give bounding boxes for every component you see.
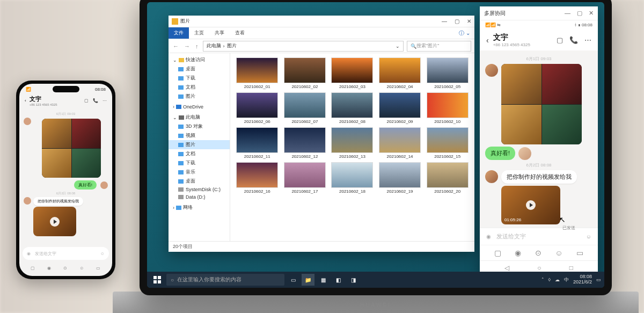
sidebar-desktop[interactable]: 桌面 <box>169 64 230 74</box>
folder-icon[interactable]: ▭ <box>96 266 100 271</box>
sidebar-sysdisk[interactable]: SystemDisk (C:) <box>169 186 230 193</box>
taskbar-search-input[interactable]: ○ 在这里输入你要搜索的内容 <box>166 274 284 286</box>
file-item[interactable]: 20210602_10 <box>425 92 470 124</box>
ribbon-help-icon[interactable]: ⓘ ⌄ <box>455 27 474 39</box>
back-icon[interactable]: ‹ <box>486 36 489 45</box>
file-explorer-window[interactable]: 图片 — ▢ ✕ 文件 主页 共享 查看 ⓘ ⌄ ← → ↑ 此电脑 <box>169 16 474 252</box>
video-call-icon[interactable]: ▢ <box>557 36 563 44</box>
sticker-icon[interactable]: ☺ <box>555 249 562 257</box>
file-item[interactable]: 20210602_16 <box>235 162 280 194</box>
more-icon[interactable]: ⋯ <box>584 36 591 44</box>
voice-call-icon[interactable]: 📞 <box>93 98 98 103</box>
sidebar-documents-pc[interactable]: 文档 <box>169 149 230 158</box>
collab-message-input[interactable]: ◉ 发送给文宇 ☺ <box>480 228 598 245</box>
close-icon[interactable]: ✕ <box>467 18 471 24</box>
file-item[interactable]: 20210602_19 <box>377 162 423 194</box>
incoming-bubble[interactable]: 把你制作好的视频发给我 <box>501 170 577 184</box>
taskbar-explorer-icon[interactable]: 📁 <box>302 274 314 286</box>
start-button[interactable] <box>150 274 164 286</box>
file-item[interactable]: 20210602_05 <box>425 57 470 89</box>
voice-call-icon[interactable]: 📞 <box>569 36 578 44</box>
nav-home-icon[interactable]: ○ <box>537 264 541 272</box>
nav-back-icon[interactable]: ◁ <box>504 264 509 272</box>
close-icon[interactable]: ✕ <box>589 10 594 17</box>
breadcrumb-path[interactable]: 此电脑 › 图片 ⌄ <box>203 41 404 52</box>
minimize-icon[interactable]: — <box>565 10 570 17</box>
maximize-icon[interactable]: ▢ <box>455 18 459 24</box>
taskbar-app-icon[interactable]: ▦ <box>317 274 330 286</box>
sidebar-pictures[interactable]: 图片 <box>169 92 230 101</box>
voice-icon[interactable]: ◉ <box>27 251 31 256</box>
breadcrumb-folder[interactable]: 图片 <box>227 42 237 49</box>
file-item[interactable]: 20210602_09 <box>377 92 423 124</box>
play-icon[interactable] <box>526 200 536 210</box>
video-call-icon[interactable]: ▢ <box>84 98 89 103</box>
emoji-icon[interactable]: ☺ <box>100 251 105 256</box>
incoming-bubble[interactable]: 把你制作好的视频发给我 <box>33 197 83 206</box>
tray-chevron-icon[interactable]: ˄ <box>541 277 544 282</box>
ribbon-tab-share[interactable]: 共享 <box>209 27 230 39</box>
file-item[interactable]: 20210602_04 <box>377 57 423 89</box>
maximize-icon[interactable]: ▢ <box>577 10 582 17</box>
ribbon-tab-view[interactable]: 查看 <box>230 27 250 39</box>
file-item[interactable]: 20210602_13 <box>330 127 375 159</box>
file-item[interactable]: 20210602_07 <box>282 92 328 124</box>
location-icon[interactable]: ⊙ <box>535 249 541 257</box>
voice-icon[interactable]: ◉ <box>486 234 491 239</box>
minimize-icon[interactable]: — <box>442 18 447 24</box>
nav-up-icon[interactable]: ↑ <box>194 43 200 49</box>
folder-icon[interactable]: ▭ <box>576 249 583 257</box>
notification-icon[interactable]: ▭ <box>596 277 601 282</box>
outgoing-bubble[interactable]: 真好看! <box>74 180 97 190</box>
video-message[interactable]: 01:05:26 <box>501 186 560 224</box>
sidebar-downloads-pc[interactable]: 下载 <box>169 158 230 168</box>
ime-indicator[interactable]: 中 <box>564 276 569 283</box>
sidebar-downloads[interactable]: 下载 <box>169 74 230 83</box>
tray-app-icon[interactable]: ☁ <box>555 277 560 282</box>
multi-screen-collab-window[interactable]: 多屏协同 — ▢ ✕ 📶📶 ⇋ ᚼ ▮ 08:08 ‹ 文宇 +86 123 4… <box>480 6 598 275</box>
camera-icon[interactable]: ◉ <box>47 266 51 271</box>
gallery-icon[interactable]: ▢ <box>494 249 501 257</box>
file-item[interactable]: 20210602_14 <box>377 127 423 159</box>
file-item[interactable]: 20210602_03 <box>330 57 375 89</box>
file-item[interactable]: 20210602_08 <box>330 92 375 124</box>
play-icon[interactable] <box>50 217 60 227</box>
outgoing-bubble[interactable]: 真好看! <box>485 147 515 160</box>
photo-grid-message[interactable] <box>501 64 582 144</box>
sidebar-onedrive[interactable]: ›OneDrive <box>169 103 230 111</box>
file-item[interactable]: 20210602_15 <box>425 127 470 159</box>
collab-titlebar[interactable]: 多屏协同 — ▢ ✕ <box>480 6 598 20</box>
nav-back-icon[interactable]: ← <box>172 43 180 49</box>
breadcrumb-root[interactable]: 此电脑 <box>207 42 221 49</box>
file-item[interactable]: 20210602_06 <box>235 92 280 124</box>
gallery-icon[interactable]: ▢ <box>31 266 35 271</box>
sidebar-data[interactable]: Data (D:) <box>169 193 230 201</box>
sidebar-music[interactable]: 音乐 <box>169 168 230 177</box>
sidebar-thispc[interactable]: ⌄此电脑 <box>169 113 230 122</box>
explorer-search-input[interactable]: 🔍 搜索"图片" <box>407 41 471 52</box>
more-icon[interactable]: ⋯ <box>103 98 107 103</box>
taskbar-clock[interactable]: 08:08 2021/6/2 <box>573 274 592 285</box>
nav-recent-icon[interactable]: □ <box>569 264 573 272</box>
sidebar-network[interactable]: ›网络 <box>169 203 230 212</box>
taskbar-app-icon[interactable]: ◧ <box>332 274 345 286</box>
file-item[interactable]: 20210602_12 <box>282 127 328 159</box>
file-item[interactable]: 20210602_20 <box>425 162 470 194</box>
photo-grid-message[interactable] <box>42 119 101 178</box>
sidebar-3d[interactable]: 3D 对象 <box>169 122 230 131</box>
file-item[interactable]: 20210602_01 <box>235 57 280 89</box>
ribbon-tab-home[interactable]: 主页 <box>189 27 209 39</box>
sidebar-desktop-pc[interactable]: 桌面 <box>169 177 230 186</box>
explorer-titlebar[interactable]: 图片 — ▢ ✕ <box>169 16 474 27</box>
video-message[interactable] <box>33 207 76 236</box>
phone-message-input[interactable]: ◉ 发送给文宇 ☺ <box>23 247 109 260</box>
file-item[interactable]: 20210602_18 <box>330 162 375 194</box>
location-icon[interactable]: ⊙ <box>63 266 67 271</box>
taskbar-app-icon[interactable]: ◨ <box>347 274 360 286</box>
file-item[interactable]: 20210602_02 <box>282 57 328 89</box>
sticker-icon[interactable]: ☺ <box>79 266 84 271</box>
sidebar-pictures-pc[interactable]: 图片 <box>169 140 230 149</box>
sidebar-documents[interactable]: 文档 <box>169 83 230 92</box>
task-view-icon[interactable]: ▭ <box>287 274 299 286</box>
nav-forward-icon[interactable]: → <box>183 43 191 49</box>
